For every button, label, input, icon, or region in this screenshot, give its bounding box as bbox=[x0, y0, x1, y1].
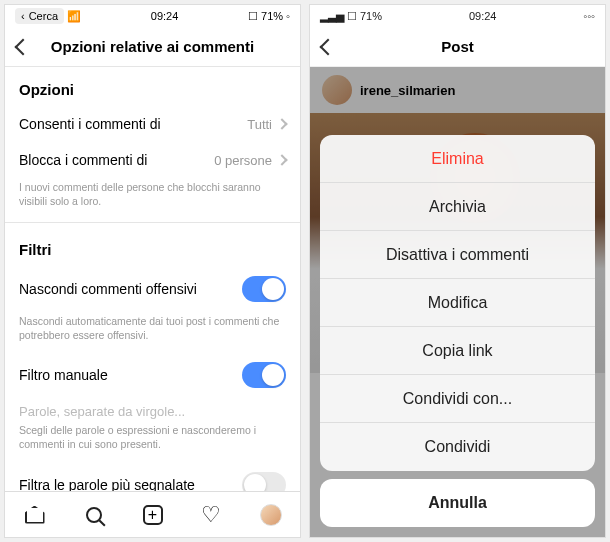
search-pill[interactable]: ‹ Cerca bbox=[15, 8, 64, 24]
allow-comments-label: Consenti i commenti di bbox=[19, 116, 161, 132]
divider bbox=[5, 222, 300, 223]
search-label: Cerca bbox=[29, 10, 58, 22]
chevron-right-icon bbox=[276, 154, 287, 165]
manual-filter-toggle[interactable] bbox=[242, 362, 286, 388]
share-with-button[interactable]: Condividi con... bbox=[320, 375, 595, 423]
copy-link-button[interactable]: Copia link bbox=[320, 327, 595, 375]
delete-button[interactable]: Elimina bbox=[320, 135, 595, 183]
hide-offensive-row: Nascondi commenti offensivi bbox=[5, 266, 300, 312]
chevron-left-icon: ‹ bbox=[21, 10, 25, 22]
archive-button[interactable]: Archivia bbox=[320, 183, 595, 231]
search-icon bbox=[86, 507, 102, 523]
keywords-hint: Scegli delle parole o espressioni e nasc… bbox=[5, 421, 300, 461]
block-hint: I nuovi commenti delle persone che blocc… bbox=[5, 178, 300, 218]
activity-tab[interactable]: ♡ bbox=[200, 503, 224, 527]
options-section-header: Opzioni bbox=[5, 67, 300, 106]
back-icon[interactable] bbox=[320, 38, 337, 55]
disable-comments-button[interactable]: Disattiva i commenti bbox=[320, 231, 595, 279]
status-time: 09:24 bbox=[469, 10, 497, 22]
settings-header: Opzioni relative ai commenti bbox=[5, 27, 300, 67]
battery-icon: ☐ bbox=[248, 10, 258, 23]
edit-button[interactable]: Modifica bbox=[320, 279, 595, 327]
network-icon: ◦ bbox=[286, 10, 290, 22]
allow-comments-value: Tutti bbox=[247, 117, 272, 132]
status-bar: ▂▃▅ ☐ 71% 09:24 ◦◦◦ bbox=[310, 5, 605, 27]
status-time: 09:24 bbox=[151, 10, 179, 22]
signal-icon: ▂▃▅ bbox=[320, 10, 344, 23]
action-sheet-group: Elimina Archivia Disattiva i commenti Mo… bbox=[320, 135, 595, 471]
block-comments-value: 0 persone bbox=[214, 153, 272, 168]
battery-percent: 71% bbox=[261, 10, 283, 22]
filter-reported-label: Filtra le parole più segnalate bbox=[19, 477, 195, 491]
action-sheet: Elimina Archivia Disattiva i commenti Mo… bbox=[320, 135, 595, 527]
search-tab[interactable] bbox=[82, 503, 106, 527]
home-icon bbox=[25, 506, 45, 524]
manual-filter-row: Filtro manuale bbox=[5, 352, 300, 398]
page-title: Opzioni relative ai commenti bbox=[5, 38, 300, 55]
chevron-right-icon bbox=[276, 118, 287, 129]
filters-section-header: Filtri bbox=[5, 227, 300, 266]
profile-avatar bbox=[260, 504, 282, 526]
hide-offensive-label: Nascondi commenti offensivi bbox=[19, 281, 197, 297]
block-comments-label: Blocca i commenti di bbox=[19, 152, 147, 168]
allow-comments-row[interactable]: Consenti i commenti di Tutti bbox=[5, 106, 300, 142]
filter-reported-toggle[interactable] bbox=[242, 472, 286, 491]
home-tab[interactable] bbox=[23, 503, 47, 527]
create-tab[interactable]: + bbox=[141, 503, 165, 527]
hide-offensive-hint: Nascondi automaticamente dai tuoi post i… bbox=[5, 312, 300, 352]
manual-filter-label: Filtro manuale bbox=[19, 367, 108, 383]
page-title: Post bbox=[310, 38, 605, 55]
network-icon: ◦◦◦ bbox=[583, 10, 595, 22]
keywords-input[interactable]: Parole, separate da virgole... bbox=[5, 398, 300, 421]
share-button[interactable]: Condividi bbox=[320, 423, 595, 471]
plus-icon: + bbox=[143, 505, 163, 525]
signal-icon: 📶 bbox=[67, 10, 81, 23]
block-comments-row[interactable]: Blocca i commenti di 0 persone bbox=[5, 142, 300, 178]
cancel-button[interactable]: Annulla bbox=[320, 479, 595, 527]
tab-bar: + ♡ bbox=[5, 491, 300, 537]
status-bar: ‹ Cerca 📶 09:24 ☐ 71% ◦ bbox=[5, 5, 300, 27]
filter-reported-row: Filtra le parole più segnalate bbox=[5, 462, 300, 491]
battery-percent: 71% bbox=[360, 10, 382, 22]
post-header: Post bbox=[310, 27, 605, 67]
heart-icon: ♡ bbox=[202, 502, 222, 528]
hide-offensive-toggle[interactable] bbox=[242, 276, 286, 302]
battery-icon: ☐ bbox=[347, 10, 357, 23]
profile-tab[interactable] bbox=[259, 503, 283, 527]
